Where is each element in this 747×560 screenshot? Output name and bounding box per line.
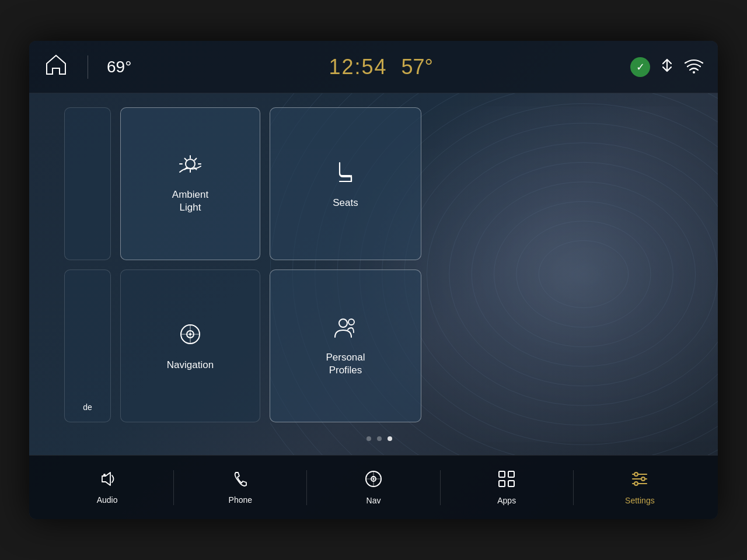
apps-label: Apps bbox=[497, 496, 516, 505]
partial-tile-top[interactable] bbox=[64, 107, 111, 260]
seats-tile[interactable]: Seats bbox=[270, 107, 421, 260]
tile-row-2: de Navigation bbox=[64, 270, 694, 422]
svg-point-20 bbox=[186, 159, 195, 169]
ambient-light-label: AmbientLight bbox=[172, 188, 208, 214]
svg-rect-33 bbox=[508, 481, 514, 487]
phone-icon bbox=[232, 470, 249, 492]
svg-point-37 bbox=[634, 473, 638, 476]
outside-temp: 57° bbox=[401, 55, 432, 79]
settings-label: Settings bbox=[625, 496, 655, 505]
main-content: AmbientLight Seats de bbox=[29, 93, 718, 455]
svg-point-38 bbox=[641, 477, 645, 481]
ambient-light-tile[interactable]: AmbientLight bbox=[120, 107, 260, 260]
svg-point-23 bbox=[189, 333, 191, 335]
wifi-icon bbox=[684, 57, 704, 77]
svg-rect-30 bbox=[499, 471, 505, 477]
nav-nav[interactable]: Nav bbox=[307, 465, 439, 510]
ambient-light-icon bbox=[175, 153, 205, 181]
navigation-icon bbox=[176, 320, 204, 352]
cabin-temp: 69° bbox=[107, 58, 131, 76]
home-section: 69° bbox=[43, 52, 131, 82]
nav-settings[interactable]: Settings bbox=[574, 465, 706, 510]
svg-point-29 bbox=[373, 478, 375, 480]
svg-point-39 bbox=[634, 482, 638, 485]
dot-2[interactable] bbox=[377, 436, 382, 441]
nav-nav-label: Nav bbox=[366, 496, 381, 505]
svg-point-26 bbox=[103, 474, 106, 476]
divider bbox=[88, 55, 88, 79]
settings-icon bbox=[630, 470, 649, 492]
partial-label: de bbox=[83, 402, 92, 412]
navigation-tile[interactable]: Navigation bbox=[120, 270, 260, 422]
nav-bar: Audio Phone Nav bbox=[29, 455, 718, 519]
signal-icon bbox=[658, 57, 676, 78]
tile-row-1: AmbientLight Seats bbox=[64, 107, 694, 260]
seats-label: Seats bbox=[333, 197, 358, 209]
personal-profiles-icon bbox=[330, 315, 361, 344]
nav-phone[interactable]: Phone bbox=[174, 466, 306, 509]
audio-icon bbox=[99, 470, 116, 492]
clock: 12:54 bbox=[329, 55, 387, 79]
partial-tile-bottom[interactable]: de bbox=[64, 270, 111, 422]
home-icon[interactable] bbox=[43, 52, 69, 82]
personal-profiles-label: PersonalProfiles bbox=[326, 351, 365, 377]
phone-label: Phone bbox=[229, 495, 252, 505]
svg-rect-32 bbox=[499, 481, 505, 487]
nav-audio[interactable]: Audio bbox=[41, 466, 173, 509]
pagination bbox=[64, 432, 694, 446]
status-icons: ✓ bbox=[630, 57, 704, 78]
dot-1[interactable] bbox=[366, 436, 371, 441]
nav-apps[interactable]: Apps bbox=[441, 465, 573, 510]
dot-3[interactable] bbox=[388, 436, 392, 441]
nav-nav-icon bbox=[364, 470, 383, 492]
audio-label: Audio bbox=[97, 495, 118, 505]
svg-point-0 bbox=[693, 71, 695, 74]
navigation-label: Navigation bbox=[167, 359, 214, 372]
main-screen: 69° 12:54 57° ✓ bbox=[29, 41, 718, 519]
svg-point-25 bbox=[348, 319, 354, 325]
svg-rect-31 bbox=[508, 471, 514, 477]
apps-icon bbox=[497, 470, 516, 492]
top-bar: 69° 12:54 57° ✓ bbox=[29, 41, 718, 93]
center-info: 12:54 57° bbox=[131, 55, 630, 79]
svg-point-24 bbox=[339, 319, 347, 327]
check-icon: ✓ bbox=[630, 57, 650, 77]
seats-icon bbox=[331, 158, 359, 190]
personal-profiles-tile[interactable]: PersonalProfiles bbox=[270, 270, 421, 422]
